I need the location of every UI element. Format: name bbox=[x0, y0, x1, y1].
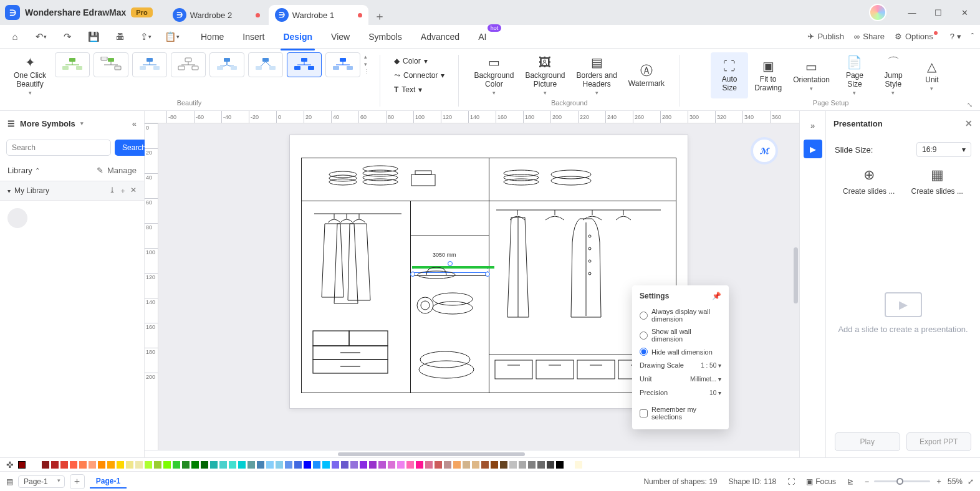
color-swatch[interactable] bbox=[60, 461, 68, 469]
color-swatch[interactable] bbox=[378, 461, 386, 469]
wardrobe-drawing[interactable]: 3050 mm bbox=[301, 158, 676, 393]
swatch-more-button[interactable]: ⋮ bbox=[364, 69, 370, 75]
color-swatch[interactable] bbox=[126, 461, 133, 469]
color-swatch[interactable] bbox=[18, 461, 26, 469]
user-avatar[interactable] bbox=[869, 4, 886, 21]
orientation-button[interactable]: ▭Orientation▾ bbox=[788, 52, 835, 98]
manage-button[interactable]: Manage bbox=[107, 166, 137, 175]
ruler-vertical[interactable]: 020406080100120140160180200 bbox=[145, 123, 158, 450]
left-panel-title[interactable]: More Symbols bbox=[20, 119, 75, 128]
theme-swatch-2[interactable] bbox=[94, 52, 128, 77]
color-swatch[interactable] bbox=[257, 461, 264, 469]
pagesetup-dialog-button[interactable]: ⤡ bbox=[967, 101, 973, 109]
color-swatch[interactable] bbox=[79, 461, 87, 469]
zoom-out-button[interactable]: − bbox=[865, 477, 869, 486]
menu-ai[interactable]: AI hot bbox=[476, 28, 489, 45]
swatch-next-button[interactable]: ▾ bbox=[364, 61, 370, 67]
color-swatch[interactable] bbox=[360, 461, 367, 469]
color-swatch[interactable] bbox=[154, 461, 161, 469]
fit-to-drawing-button[interactable]: ▣Fit to Drawing bbox=[749, 52, 787, 98]
show-all-radio[interactable]: Show all wall dimension bbox=[640, 325, 721, 345]
undo-button[interactable]: ↶▾ bbox=[32, 28, 50, 45]
color-swatch[interactable] bbox=[219, 461, 227, 469]
window-close-button[interactable]: ✕ bbox=[954, 2, 975, 23]
color-swatch[interactable] bbox=[537, 461, 545, 469]
color-swatch[interactable] bbox=[98, 461, 105, 469]
jump-style-button[interactable]: ⌒Jump Style▾ bbox=[875, 52, 912, 98]
color-swatch[interactable] bbox=[266, 461, 274, 469]
color-swatch[interactable] bbox=[145, 461, 152, 469]
fullscreen-icon[interactable]: ⛶ bbox=[787, 477, 795, 486]
zoom-value[interactable]: 55% bbox=[948, 477, 963, 486]
color-swatch[interactable] bbox=[556, 461, 564, 469]
borders-headers-button[interactable]: ▤Borders and Headers▾ bbox=[571, 52, 622, 98]
theme-swatch-5[interactable] bbox=[209, 52, 244, 77]
theme-swatch-8[interactable] bbox=[325, 52, 360, 77]
menu-design[interactable]: Design bbox=[281, 28, 315, 45]
auto-size-button[interactable]: ⛶Auto Size bbox=[711, 52, 748, 98]
share-button[interactable]: ∞ Share bbox=[854, 32, 885, 41]
color-button[interactable]: ◆ Color ▾ bbox=[390, 55, 431, 67]
paste-button[interactable]: 📋▾ bbox=[163, 28, 181, 45]
color-swatch[interactable] bbox=[388, 461, 395, 469]
zoom-fit-icon[interactable]: ⤢ bbox=[968, 477, 974, 486]
scrollbar-horizontal[interactable] bbox=[145, 450, 799, 457]
unit-button[interactable]: △Unit▾ bbox=[913, 52, 951, 98]
rail-presentation-button[interactable]: ▶ bbox=[804, 140, 822, 158]
color-swatch[interactable] bbox=[51, 461, 59, 469]
theme-swatch-4[interactable] bbox=[171, 52, 206, 77]
color-swatch[interactable] bbox=[453, 461, 461, 469]
menu-symbols[interactable]: Symbols bbox=[366, 28, 405, 45]
unit-select[interactable]: Millimet... ▾ bbox=[687, 376, 721, 383]
color-swatch[interactable] bbox=[107, 461, 115, 469]
connector-button[interactable]: ⤳ Connector ▾ bbox=[390, 69, 448, 82]
color-swatch[interactable] bbox=[341, 461, 348, 469]
window-maximize-button[interactable]: ☐ bbox=[928, 2, 949, 23]
always-display-radio[interactable]: Always display wall dimension bbox=[640, 305, 721, 325]
pin-icon[interactable]: 📌 bbox=[712, 292, 721, 300]
zoom-slider[interactable] bbox=[874, 480, 930, 482]
help-button[interactable]: ? ▾ bbox=[950, 32, 961, 41]
theme-swatch-3[interactable] bbox=[132, 52, 167, 77]
color-swatch[interactable] bbox=[42, 461, 49, 469]
color-swatch[interactable] bbox=[491, 461, 498, 469]
color-swatch[interactable] bbox=[173, 461, 180, 469]
watermark-button[interactable]: ⒶWatermark bbox=[623, 52, 670, 98]
play-button[interactable]: Play bbox=[835, 432, 900, 451]
doc-tab-wardrobe-1[interactable]: ∋ Wardrobe 1 bbox=[269, 5, 368, 25]
page-surface[interactable]: 3050 mm bbox=[289, 135, 688, 409]
export-ppt-button[interactable]: Export PPT bbox=[906, 432, 972, 451]
pages-icon[interactable]: ▤ bbox=[6, 477, 13, 486]
color-swatch[interactable] bbox=[509, 461, 517, 469]
collapse-ribbon-button[interactable]: ˆ bbox=[971, 32, 974, 41]
color-swatch[interactable] bbox=[369, 461, 377, 469]
color-swatch[interactable] bbox=[528, 461, 536, 469]
options-button[interactable]: ⚙ Options bbox=[895, 32, 940, 41]
slide-ratio-select[interactable]: 16:9▾ bbox=[916, 142, 971, 157]
rail-expand-button[interactable]: » bbox=[804, 116, 822, 135]
color-swatch[interactable] bbox=[397, 461, 405, 469]
color-swatch[interactable] bbox=[547, 461, 554, 469]
zoom-in-button[interactable]: ＋ bbox=[935, 476, 943, 487]
theme-swatch-1[interactable] bbox=[55, 52, 90, 77]
color-swatch[interactable] bbox=[229, 461, 236, 469]
export-button[interactable]: ⇪▾ bbox=[137, 28, 155, 45]
background-color-button[interactable]: ▭Background Color▾ bbox=[469, 52, 519, 98]
focus-button[interactable]: ▣ Focus bbox=[806, 477, 836, 486]
page-selector[interactable]: Page-1 ▾ bbox=[18, 475, 65, 488]
color-swatch[interactable] bbox=[435, 461, 442, 469]
ruler-horizontal[interactable]: -80-60-40-200204060801001201401601802002… bbox=[145, 111, 799, 123]
color-swatch[interactable] bbox=[463, 461, 470, 469]
create-slides-auto-button[interactable]: ⊕Create slides ... bbox=[843, 167, 895, 196]
add-page-button[interactable]: ＋ bbox=[70, 474, 85, 489]
color-swatch[interactable] bbox=[238, 461, 246, 469]
redo-button[interactable]: ↷ bbox=[59, 28, 76, 45]
canvas[interactable]: 3050 mm bbox=[158, 123, 799, 450]
color-swatch[interactable] bbox=[519, 461, 526, 469]
color-swatch[interactable] bbox=[135, 461, 143, 469]
doc-tab-wardrobe-2[interactable]: ∋ Wardrobe 2 bbox=[166, 5, 266, 25]
color-swatch[interactable] bbox=[332, 461, 339, 469]
save-button[interactable]: 💾 bbox=[85, 28, 102, 45]
close-section-icon[interactable]: ✕ bbox=[130, 186, 137, 196]
color-swatch[interactable] bbox=[350, 461, 358, 469]
